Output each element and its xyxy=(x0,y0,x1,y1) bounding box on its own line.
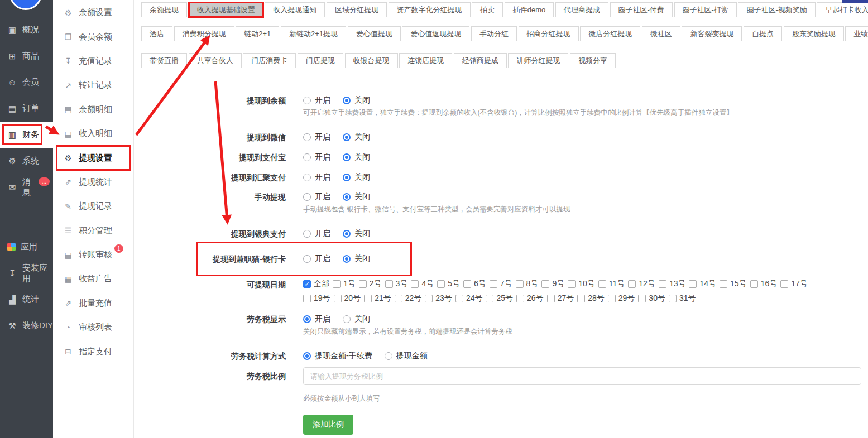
tab[interactable]: 共享合伙人 xyxy=(189,53,242,68)
radio-open[interactable]: 开启 xyxy=(303,152,330,162)
sidebar-item[interactable]: ▤ 订单 xyxy=(0,95,53,122)
tab[interactable]: 带货直播 xyxy=(141,53,187,68)
tab[interactable]: 酒店 xyxy=(141,26,172,41)
day-checkbox[interactable]: 2号 xyxy=(359,279,382,289)
submenu-item[interactable]: ↧ 充值记录 xyxy=(53,49,133,73)
submenu-item[interactable]: ▤ 余额明细 xyxy=(53,98,133,122)
radio-close[interactable]: 关闭 xyxy=(343,192,370,202)
day-checkbox[interactable]: 4号 xyxy=(411,279,434,289)
sidebar-item[interactable]: ⊞ 商品 xyxy=(0,43,53,69)
submenu-item[interactable]: ◔ 审核列表 xyxy=(53,315,133,339)
tab[interactable]: 收银台提现 xyxy=(345,53,398,68)
day-checkbox[interactable]: 31号 xyxy=(669,293,696,304)
tab[interactable]: 视频分享 xyxy=(570,53,616,68)
tab[interactable]: 讲师分红提现 xyxy=(508,53,568,68)
day-checkbox[interactable]: 17号 xyxy=(780,279,808,289)
day-checkbox[interactable]: 25号 xyxy=(486,293,513,304)
radio-open[interactable]: 开启 xyxy=(303,172,330,182)
tab[interactable]: 连锁店提现 xyxy=(399,53,452,68)
day-checkbox[interactable]: 9号 xyxy=(541,279,564,289)
submenu-item[interactable]: ⇗ 批量充值 xyxy=(53,291,133,315)
tab[interactable]: 资产数字化分红提现 xyxy=(389,2,471,17)
day-checkbox-all[interactable]: 全部 xyxy=(303,279,329,289)
tab[interactable]: 圈子社区-打赏 xyxy=(674,2,737,17)
submenu-item[interactable]: ⇗ 提现统计 xyxy=(53,170,133,194)
submenu-item[interactable]: ▤ 收入明细 xyxy=(53,122,133,146)
radio-open[interactable]: 开启 xyxy=(303,314,330,324)
submenu-item[interactable]: ⚙ 余额设置 xyxy=(53,1,133,25)
submenu-item[interactable]: ▦ 收益广告 xyxy=(53,267,133,291)
radio-open[interactable]: 开启 xyxy=(303,95,330,105)
submenu-item[interactable]: ✎ 提现记录 xyxy=(53,194,133,218)
sidebar-item[interactable]: ▥ 财务 xyxy=(0,122,53,148)
day-checkbox[interactable]: 6号 xyxy=(463,279,486,289)
submenu-item[interactable]: ☰ 积分管理 xyxy=(53,219,133,243)
sidebar-item[interactable]: ✉ 消息 ... xyxy=(0,174,53,200)
submenu-item[interactable]: ⊟ 指定支付 xyxy=(53,339,133,363)
tab[interactable]: 微社区 xyxy=(642,26,680,41)
app-logo[interactable] xyxy=(9,0,42,10)
tab[interactable]: 招商分红提现 xyxy=(519,26,579,41)
day-checkbox[interactable]: 13号 xyxy=(659,279,686,289)
day-checkbox[interactable]: 8号 xyxy=(516,279,539,289)
radio-close[interactable]: 关闭 xyxy=(343,229,370,239)
radio-open[interactable]: 开启 xyxy=(303,192,330,202)
radio-close[interactable]: 关闭 xyxy=(343,132,370,142)
tab[interactable]: 拍卖 xyxy=(472,2,503,17)
tab[interactable]: 业绩奖励提现 xyxy=(845,26,868,41)
radio-open[interactable]: 开启 xyxy=(303,132,330,142)
tab[interactable]: 门店提现 xyxy=(298,53,343,68)
tab[interactable]: 爱心值提现 xyxy=(348,26,401,41)
radio-close[interactable]: 关闭 xyxy=(343,314,370,324)
day-checkbox[interactable]: 1号 xyxy=(333,279,356,289)
day-checkbox[interactable]: 21号 xyxy=(364,293,391,304)
tab[interactable]: 爱心值返现提现 xyxy=(402,26,469,41)
day-checkbox[interactable]: 3号 xyxy=(385,279,408,289)
tab[interactable]: 经销商提成 xyxy=(454,53,507,68)
day-checkbox[interactable]: 10号 xyxy=(568,279,595,289)
tab[interactable]: 消费积分提现 xyxy=(174,26,234,41)
sidebar-item[interactable]: ⚙ 系统 xyxy=(0,148,53,174)
day-checkbox[interactable]: 16号 xyxy=(750,279,778,289)
tab[interactable]: 余额提现 xyxy=(141,2,187,17)
radio-close[interactable]: 关闭 xyxy=(343,95,370,105)
tab[interactable]: 新客裂变提现 xyxy=(682,26,742,41)
add-ratio-button[interactable]: 添加比例 xyxy=(303,415,353,435)
day-checkbox[interactable]: 20号 xyxy=(334,293,361,304)
day-checkbox[interactable]: 7号 xyxy=(490,279,512,289)
tab[interactable]: 收入提现通知 xyxy=(265,2,325,17)
submenu-item[interactable]: ❐ 会员余额 xyxy=(53,25,133,49)
tab[interactable]: 股东奖励提现 xyxy=(784,26,844,41)
sidebar-item[interactable]: ⚒ 装修DIY xyxy=(0,312,53,339)
radio-close[interactable]: 关闭 xyxy=(343,254,370,264)
radio-amount-minus-fee[interactable]: 提现金额-手续费 xyxy=(303,351,372,361)
tab[interactable]: 代理商提成 xyxy=(555,2,608,17)
tab[interactable]: 门店消费卡 xyxy=(243,53,296,68)
sidebar-item[interactable]: ↧ 安装应用 xyxy=(0,260,53,286)
tab[interactable]: 自提点 xyxy=(744,26,782,41)
day-checkbox[interactable]: 27号 xyxy=(547,293,574,304)
day-checkbox[interactable]: 28号 xyxy=(577,293,605,304)
day-checkbox[interactable]: 11号 xyxy=(598,279,625,289)
radio-open[interactable]: 开启 xyxy=(303,229,330,239)
tab[interactable]: 手动分红 xyxy=(471,26,517,41)
tab[interactable]: 插件demo xyxy=(505,2,554,17)
day-checkbox[interactable]: 12号 xyxy=(628,279,655,289)
sidebar-item[interactable]: ☺ 会员 xyxy=(0,69,53,95)
tab[interactable]: 早起打卡收入提现 xyxy=(817,2,868,17)
sidebar-item[interactable]: ▟ 统计 xyxy=(0,286,53,312)
day-checkbox[interactable]: 15号 xyxy=(720,279,747,289)
day-checkbox[interactable]: 26号 xyxy=(516,293,544,304)
submenu-item[interactable]: ▤ 转账审核 1 xyxy=(53,243,133,267)
tab[interactable]: 微店分红提现 xyxy=(580,26,640,41)
tab[interactable]: 圈子社区-付费 xyxy=(610,2,673,17)
tab[interactable]: 新链动2+1提现 xyxy=(281,26,346,41)
day-checkbox[interactable]: 14号 xyxy=(689,279,716,289)
tax-ratio-input[interactable] xyxy=(303,367,861,385)
day-checkbox[interactable]: 30号 xyxy=(638,293,665,304)
tab[interactable]: 区域分红提现 xyxy=(327,2,387,17)
tab[interactable]: 收入提现基础设置 xyxy=(189,2,263,17)
day-checkbox[interactable]: 23号 xyxy=(425,293,452,304)
day-checkbox[interactable]: 5号 xyxy=(437,279,460,289)
submenu-item[interactable]: ⚙ 提现设置 xyxy=(53,146,133,170)
